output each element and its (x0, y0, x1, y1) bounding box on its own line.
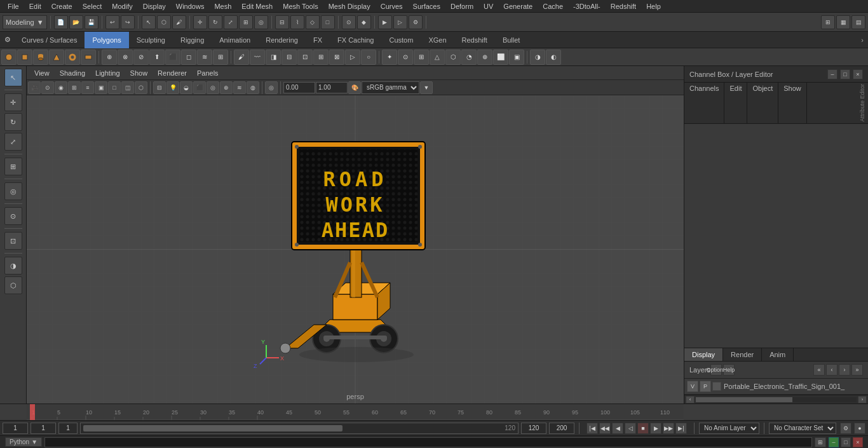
scroll-thumb[interactable] (696, 397, 792, 402)
extract-btn[interactable]: ⊘ (133, 50, 149, 65)
shade-btn[interactable]: ◐ (546, 50, 561, 65)
rotate-tool-btn[interactable]: ↻ (208, 15, 222, 29)
menu-deform[interactable]: Deform (445, 1, 478, 11)
move-tool-btn[interactable]: ✛ (193, 15, 207, 29)
window-maximize-btn[interactable]: □ (841, 437, 851, 447)
vp-tb-btn5[interactable]: ▣ (95, 81, 107, 94)
weld-btn[interactable]: ⊙ (398, 50, 413, 65)
cone-btn[interactable] (49, 50, 64, 65)
current-frame-input[interactable] (3, 423, 28, 434)
next-frame-btn[interactable]: ▶▶ (663, 423, 674, 434)
select-tool[interactable]: ↖ (4, 69, 22, 86)
vp-tb-btn7[interactable]: ◫ (121, 81, 134, 94)
combine-btn[interactable]: ⊕ (102, 50, 117, 65)
soft-mod-btn[interactable]: ◎ (254, 15, 268, 29)
menu-cache[interactable]: Cache (538, 1, 568, 11)
gamma-input[interactable] (316, 82, 348, 93)
lasso-tool-btn[interactable]: ⬡ (157, 15, 171, 29)
cylinder-btn[interactable] (33, 50, 48, 65)
move-tool[interactable]: ✛ (4, 93, 22, 111)
snap-camera-btn[interactable]: ◎ (265, 81, 278, 94)
sphere-btn[interactable] (1, 50, 17, 65)
light-btn[interactable]: 💡 (166, 81, 179, 94)
universal-manip[interactable]: ⊞ (4, 158, 22, 175)
bevel-btn[interactable]: ◨ (266, 50, 281, 65)
scroll-track[interactable] (696, 397, 857, 402)
motion-blur-btn[interactable]: ≋ (233, 81, 246, 94)
reduce-btn[interactable]: △ (430, 50, 445, 65)
python-label-btn[interactable]: Python ▼ (5, 437, 42, 447)
prev-frame-btn[interactable]: ◀ (612, 423, 623, 434)
show-manip[interactable]: ⊙ (4, 207, 22, 225)
menu-select[interactable]: Select (78, 1, 107, 11)
go-start-btn[interactable]: |◀ (587, 423, 598, 434)
layer-row[interactable]: V P Portable_Electronic_Traffic_Sign_001… (684, 379, 868, 395)
layer-vis-toggle[interactable]: V (687, 381, 698, 392)
xray-btn[interactable]: ◑ (530, 50, 545, 65)
scroll-right-arrow[interactable]: › (858, 396, 867, 404)
layer-new-btn[interactable]: « (813, 364, 825, 376)
snap-to-surface-btn[interactable]: □ (321, 15, 335, 29)
help-menu-btn[interactable]: Help (723, 364, 735, 376)
layout-3-btn[interactable]: ▤ (851, 15, 865, 29)
menu-curves[interactable]: Curves (376, 1, 408, 11)
python-input[interactable] (44, 437, 812, 447)
layer-back-btn[interactable]: ‹ (826, 364, 837, 376)
vp-menu-panels[interactable]: Panels (192, 68, 224, 78)
stop-btn[interactable]: ■ (637, 423, 649, 434)
exposure-input[interactable] (283, 82, 315, 93)
menu-edit[interactable]: Edit (24, 1, 46, 11)
window-minimize-btn[interactable]: – (829, 437, 839, 447)
undo-btn[interactable]: ↩ (105, 15, 119, 29)
python-minimize-btn[interactable]: ⊞ (815, 437, 826, 447)
timeline-ruler[interactable]: 1 5 10 15 20 25 30 35 40 45 50 55 60 65 … (27, 404, 684, 421)
tab-redshift[interactable]: Redshift (454, 32, 495, 48)
tab-curves-surfaces[interactable]: Curves / Surfaces (14, 32, 85, 48)
mirror-btn[interactable]: ⊞ (313, 50, 329, 65)
vp-menu-view[interactable]: View (29, 68, 55, 78)
scale-tool-btn[interactable]: ⤢ (224, 15, 238, 29)
shadow-btn[interactable]: ◒ (180, 81, 193, 94)
redo-btn[interactable]: ↪ (121, 15, 135, 29)
universal-manip-btn[interactable]: ⊞ (239, 15, 253, 29)
smooth-btn[interactable]: ≋ (197, 50, 212, 65)
settings-icon[interactable]: ⚙ (1, 34, 14, 46)
paint-btn[interactable]: 🖌 (234, 50, 249, 65)
tab-rigging[interactable]: Rigging (173, 32, 212, 48)
menu-create[interactable]: Create (46, 1, 78, 11)
menu-generate[interactable]: Generate (498, 1, 538, 11)
tab-animation[interactable]: Animation (212, 32, 258, 48)
tab-rendering[interactable]: Rendering (258, 32, 306, 48)
play-back-btn[interactable]: ◁ (625, 423, 636, 434)
playback-end-input[interactable] (521, 423, 546, 434)
play-forward-btn[interactable]: ▶ (650, 423, 661, 434)
color-space-icon[interactable]: 🎨 (348, 81, 361, 94)
select-tool-btn[interactable]: ↖ (142, 15, 156, 29)
menu-3dtooall[interactable]: -3DtoAll- (568, 1, 606, 11)
subdivide-btn[interactable]: ⊞ (213, 50, 228, 65)
options-menu-btn[interactable]: Options (710, 364, 722, 376)
char-set-settings-btn[interactable]: ⚙ (840, 423, 851, 434)
remesh-btn[interactable]: ⬡ (445, 50, 461, 65)
tab-custom[interactable]: Custom (382, 32, 421, 48)
vp-tb-btn1[interactable]: ⊙ (41, 81, 54, 94)
tab-sculpting[interactable]: Sculpting (129, 32, 173, 48)
snap-live[interactable]: ⊡ (4, 232, 22, 250)
menu-file[interactable]: File (3, 1, 24, 11)
ssao-btn[interactable]: ◎ (207, 81, 219, 94)
loop-cut-btn[interactable]: ⊟ (281, 50, 297, 65)
step-back-btn[interactable]: ◀◀ (599, 423, 611, 434)
menu-surfaces[interactable]: Surfaces (408, 1, 445, 11)
playback-range-bar[interactable]: 120 (80, 423, 519, 434)
render-settings-btn[interactable]: ⚙ (409, 15, 423, 29)
offset-btn[interactable]: ⊡ (297, 50, 313, 65)
retopo-btn[interactable]: ⊞ (414, 50, 429, 65)
paint-select-btn[interactable]: 🖌 (172, 15, 186, 29)
new-scene-btn[interactable]: 📄 (54, 15, 68, 29)
layer-end-btn[interactable]: » (851, 364, 863, 376)
component-mode[interactable]: ⬡ (4, 276, 22, 294)
separate-btn[interactable]: ⊗ (118, 50, 133, 65)
cube-btn[interactable] (17, 50, 32, 65)
menu-help[interactable]: Help (641, 1, 666, 11)
dt-tab-render[interactable]: Render (723, 348, 762, 361)
